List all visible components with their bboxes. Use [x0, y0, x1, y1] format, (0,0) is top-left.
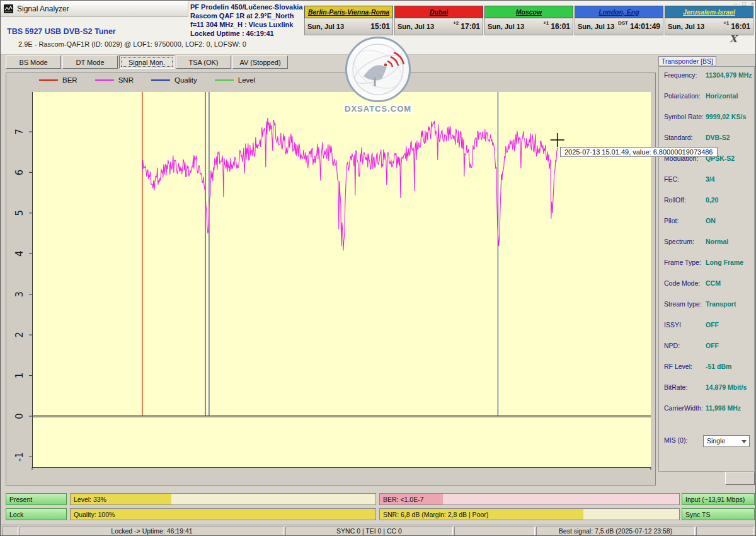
chevron-down-icon	[742, 440, 747, 443]
status-ber-label: BER: <1.0E-7	[383, 494, 424, 505]
transponder-row-spectrum: Spectrum:Normal	[659, 238, 754, 250]
field-label: ISSYI	[664, 321, 681, 329]
field-value: OFF	[706, 342, 719, 349]
field-value: 0,20	[706, 196, 718, 204]
clock-jerusalem-israel: Jerusalem-IsraelSun, Jul 13+116:01	[665, 6, 753, 35]
status-lock-label: Lock	[9, 509, 23, 520]
chart-panel: BERSNRQualityLevel -101234567 2025-07-13…	[6, 73, 656, 486]
status-present-label: Present	[9, 494, 32, 505]
field-value: 11304,979 MHz	[706, 71, 752, 79]
clock-time: 14:01:49	[630, 22, 660, 31]
field-label: RollOff:	[664, 196, 686, 204]
tuner-title: TBS 5927 USB DVB-S2 Tuner	[7, 27, 116, 36]
field-value: 11,998 MHz	[706, 404, 741, 412]
y-tick-label: 5	[14, 210, 25, 216]
status-level-label: Level: 33%	[74, 494, 106, 505]
transponder-row-bitrate: BitRate:14,879 Mbit/s	[659, 383, 754, 396]
statusbar-segment-0	[2, 527, 18, 536]
statusbar-segment-3	[454, 527, 535, 536]
clock-time: 16:01	[551, 22, 570, 31]
clock-datetime: Sun, Jul 13DST14:01:49	[575, 18, 663, 35]
legend-line-quality	[151, 79, 170, 81]
transponder-row-mis: MIS (0):Single	[659, 436, 754, 449]
transponder-row-pilot: Pilot:ON	[659, 217, 754, 230]
toolbar-button-dt-mode[interactable]: DT Mode	[62, 55, 118, 69]
field-label: FEC:	[664, 175, 679, 183]
field-label: NPD:	[664, 342, 680, 349]
field-value: DVB-S2	[706, 134, 730, 141]
mis-select[interactable]: Single	[703, 435, 750, 447]
status-lock: Lock	[6, 508, 67, 520]
window-title: Signal Analyzer	[17, 4, 69, 13]
field-label: Pilot:	[664, 217, 679, 224]
transponder-row-npd: NPD:OFF	[659, 342, 754, 354]
clock-moscow: MoscowSun, Jul 13+116:01	[484, 6, 573, 35]
clock-berlin-paris-vienna-roma: Berlin-Paris-Vienna-RomaSun, Jul 1315:01	[304, 6, 393, 35]
field-value: Horizontal	[706, 92, 738, 100]
status-input: Input (~13,91 Mbps)	[682, 493, 755, 505]
field-value: OFF	[706, 321, 719, 329]
field-value: 9999,02 KS/s	[706, 113, 746, 120]
field-value: Normal	[706, 238, 728, 245]
field-label: Frequency:	[664, 71, 697, 79]
field-label: Frame Type:	[664, 259, 701, 266]
status-level: Level: 33%	[70, 493, 376, 505]
y-tick-label: 7	[14, 129, 25, 135]
clock-london-eng: London, EngSun, Jul 13DST14:01:49	[575, 6, 663, 35]
clock-date: Sun, Jul 13	[578, 23, 614, 30]
clock-city-label: Dubai	[394, 6, 483, 18]
field-label: BitRate:	[664, 383, 687, 391]
y-tick-label: 3	[14, 291, 25, 298]
app-window: Signal Analyzer – □ × PF Prodelin 450/Lu…	[0, 0, 756, 536]
field-label: Code Mode:	[664, 279, 700, 287]
y-tick-label: -1	[14, 452, 25, 462]
clock-datetime: Sun, Jul 13+116:01	[484, 18, 573, 35]
status-sync: Sync TS	[682, 508, 755, 520]
world-clocks: Berlin-Paris-Vienna-RomaSun, Jul 1315:01…	[304, 6, 753, 35]
info-line-3: f=11 304 MHz_H : Vicus Luxlink	[190, 20, 303, 29]
status-quality-label: Quality: 100%	[74, 509, 115, 520]
field-value: ON	[706, 217, 716, 224]
status-quality: Quality: 100%	[70, 508, 376, 520]
statusbar-segment-1: Locked -> Uptime: 46:19:41	[20, 527, 284, 536]
transponder-row-rf-level: RF Level:-51 dBm	[659, 363, 754, 375]
plot-area	[32, 92, 651, 467]
toolbar-button-tsa-ok[interactable]: TSA (OK)	[176, 55, 231, 69]
clock-datetime: Sun, Jul 13+217:01	[394, 18, 483, 35]
clock-date: Sun, Jul 13	[398, 23, 434, 30]
clock-utc-offset: +2	[453, 20, 459, 26]
field-label: Symbol Rate:	[664, 113, 704, 120]
legend-label: Level	[238, 76, 256, 84]
toolbar-button-av-stopped[interactable]: AV (Stopped)	[232, 55, 288, 69]
clock-utc-offset: DST	[618, 20, 628, 26]
transponder-row-fec: FEC:3/4	[659, 175, 754, 188]
info-line-1: PF Prodelin 450/Lučenec-Slovakia	[190, 3, 303, 11]
field-value: CCM	[706, 279, 721, 287]
clock-city-label: Moscow	[484, 6, 573, 18]
status-present: Present	[6, 493, 67, 505]
statusbar-segment-2: SYNC 0 | TEI 0 | CC 0	[285, 527, 453, 536]
transponder-row-polarization: Polarization:Horizontal	[659, 92, 754, 105]
field-label: Polarization:	[664, 92, 701, 100]
mis-selected-value: Single	[707, 437, 725, 445]
legend-item-ber: BER	[39, 76, 77, 84]
chart-legend: BERSNRQualityLevel	[39, 76, 255, 84]
side-blank-button[interactable]	[725, 472, 755, 485]
transponder-row-code-mode: Code Mode:CCM	[659, 279, 754, 292]
legend-line-ber	[39, 79, 58, 81]
signal-chart[interactable]: -101234567	[6, 73, 655, 485]
status-snr: SNR: 6,8 dB (Margin: 2,8 dB | Poor)	[379, 508, 680, 520]
toolbar-button-bs-mode[interactable]: BS Mode	[6, 55, 61, 69]
transponder-row-carrierwidth: CarrierWidth:11,998 MHz	[659, 404, 754, 417]
transponder-title: Transponder [BS]	[658, 56, 716, 66]
y-tick-label: 2	[14, 332, 25, 338]
field-label: Standard:	[664, 134, 693, 141]
statusbar: Locked -> Uptime: 46:19:41SYNC 0 | TEI 0…	[1, 525, 756, 536]
status-input-label: Input (~13,91 Mbps)	[685, 494, 745, 505]
clock-city-label: Berlin-Paris-Vienna-Roma	[304, 6, 393, 18]
info-block: PF Prodelin 450/Lučenec-SlovakiaRascom Q…	[190, 3, 303, 38]
clock-datetime: Sun, Jul 1315:01	[304, 18, 393, 35]
toolbar-button-signal-mon[interactable]: Signal Mon.	[119, 55, 175, 69]
transponder-row-rolloff: RollOff:0,20	[659, 196, 754, 209]
clock-utc-offset: +1	[543, 20, 549, 26]
